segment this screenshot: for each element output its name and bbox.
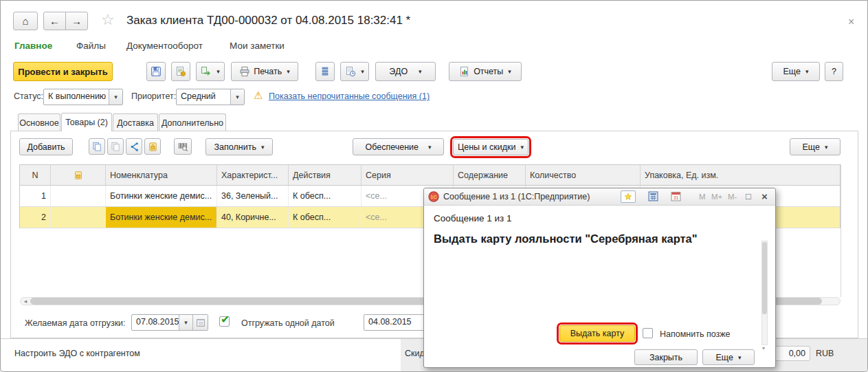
cell-n: 1 (20, 186, 51, 206)
tab-additional[interactable]: Дополнительно (159, 113, 226, 131)
calendar-icon[interactable]: 31 (671, 191, 681, 201)
single-date-field[interactable]: 04.08.2015 (364, 314, 432, 331)
fill-button[interactable]: Заполнить ▾ (205, 138, 273, 155)
create-based-on-button[interactable]: ▾ (196, 62, 225, 81)
help-button[interactable]: ? (825, 62, 843, 81)
desired-ship-date-value[interactable]: 07.08.2015 (132, 315, 179, 330)
edo-button[interactable]: ЭДО ▾ (375, 62, 436, 81)
document-structure-button[interactable] (315, 62, 335, 81)
warning-icon: ⚠ (254, 89, 263, 102)
tab-goods[interactable]: Товары (2) (61, 113, 112, 131)
remind-later-checkbox[interactable] (643, 328, 653, 338)
document-history-button[interactable]: ▾ (340, 62, 369, 81)
lock-rows-button[interactable] (144, 138, 161, 155)
priority-combobox[interactable]: Средний ▾ (176, 89, 245, 105)
chevron-down-icon[interactable]: ▾ (179, 315, 192, 330)
menu-item-files[interactable]: Файлы (76, 41, 106, 51)
add-row-label: Добавить (27, 142, 65, 152)
priority-label: Приоритет: (131, 91, 176, 101)
memory-minus-button[interactable]: M- (728, 193, 737, 201)
fill-label: Заполнить (214, 142, 256, 152)
col-header-lock[interactable] (51, 165, 106, 185)
supply-button[interactable]: Обеспечение ▾ (353, 138, 444, 155)
barcode-scan-button[interactable] (174, 138, 192, 155)
dialog-favorite-button[interactable] (621, 190, 636, 203)
post-and-close-button[interactable]: Провести и закрыть (13, 62, 113, 81)
print-button[interactable]: Печать ▾ (231, 62, 298, 81)
single-date-checkbox[interactable]: ✔ (219, 316, 230, 327)
dropdown-arrow-icon: ▾ (419, 68, 422, 75)
lock-icon (74, 171, 83, 180)
home-button[interactable]: ⌂ (13, 12, 38, 30)
favorite-star-icon[interactable]: ☆ (101, 12, 115, 28)
scroll-down-icon[interactable]: ▾ (762, 345, 765, 351)
page-title: Заказ клиента ТД00-000032 от 04.08.2015 … (126, 14, 410, 28)
chevron-down-icon[interactable]: ▾ (230, 89, 244, 105)
scrollbar-thumb[interactable] (762, 242, 767, 314)
single-date-value[interactable]: 04.08.2015 (364, 315, 432, 330)
dropdown-arrow-icon: ▾ (508, 68, 511, 75)
memory-button[interactable]: M (699, 193, 706, 201)
scroll-left-icon[interactable]: ◂ (21, 298, 30, 305)
paste-row-button[interactable] (107, 138, 124, 155)
table-more-button[interactable]: Еще ▾ (790, 138, 841, 155)
dialog-message: Выдать карту лояльности "Серебряная карт… (434, 232, 698, 245)
order-window: ⌂ ← → ☆ Заказ клиента ТД00-000032 от 04.… (0, 0, 868, 372)
save-button[interactable] (146, 62, 166, 81)
message-dialog: 1С Сообщение 1 из 1 (1С:Предприятие) 31 … (423, 188, 776, 368)
dialog-titlebar[interactable]: 1С Сообщение 1 из 1 (1С:Предприятие) 31 … (424, 188, 775, 206)
menu-item-main[interactable]: Главное (14, 41, 52, 51)
print-label: Печать (254, 67, 282, 76)
menu-item-notes[interactable]: Мои заметки (230, 41, 285, 51)
forward-button[interactable]: → (65, 12, 88, 30)
reports-label: Отчеты (474, 67, 503, 76)
back-button[interactable]: ← (43, 12, 66, 30)
calculator-icon[interactable] (648, 191, 658, 201)
col-header-content[interactable]: Содержание (454, 165, 526, 185)
maximize-icon[interactable]: □ (746, 191, 751, 201)
issue-card-button[interactable]: Выдать карту (559, 325, 635, 342)
cell-lock (51, 186, 106, 206)
back-icon: ← (49, 15, 60, 27)
edo-setup-link[interactable]: Настроить ЭДО с контрагентом (14, 349, 140, 358)
close-icon[interactable]: × (848, 16, 854, 28)
prices-discounts-button[interactable]: Цены и скидки ▾ (453, 139, 528, 155)
tab-main[interactable]: Основное (18, 113, 60, 131)
col-header-series[interactable]: Серия (361, 165, 454, 185)
priority-value: Средний (177, 89, 230, 105)
add-row-button[interactable]: Добавить (19, 138, 73, 155)
allocate-button[interactable] (126, 138, 142, 155)
col-header-quantity[interactable]: Количество (526, 165, 641, 185)
desired-ship-date-label: Желаемая дата отгрузки: (25, 318, 126, 328)
col-header-nomenclature[interactable]: Номенклатура (106, 165, 217, 185)
col-header-packaging[interactable]: Упаковка, Ед. изм. (641, 165, 840, 185)
dialog-close-label: Закрыть (649, 353, 682, 362)
chevron-down-icon[interactable]: ▾ (109, 89, 122, 105)
calendar-picker-button[interactable] (192, 315, 208, 330)
col-header-actions[interactable]: Действия (289, 165, 361, 185)
memory-plus-button[interactable]: M+ (711, 193, 722, 201)
star-icon (624, 193, 632, 201)
dialog-vertical-scrollbar[interactable] (761, 241, 768, 345)
cell-actions: К обесп... (289, 186, 361, 206)
tab-delivery[interactable]: Доставка (113, 113, 158, 131)
table-vertical-scrollbar[interactable] (841, 164, 851, 297)
desired-ship-date-field[interactable]: 07.08.2015 ▾ (131, 314, 208, 331)
dialog-close-icon[interactable]: × (761, 190, 768, 202)
menu-item-docflow[interactable]: Документооборот (126, 41, 203, 51)
dialog-more-button[interactable]: Еще ▾ (702, 349, 755, 365)
dialog-close-button[interactable]: Закрыть (634, 349, 698, 365)
post-document-icon (175, 66, 186, 77)
col-header-characteristic[interactable]: Характерист... (217, 165, 289, 185)
svg-text:31: 31 (674, 195, 679, 200)
post-document-button[interactable] (171, 62, 190, 81)
issue-card-label: Выдать карту (570, 329, 625, 338)
dropdown-arrow-icon: ▾ (428, 144, 432, 151)
copy-row-button[interactable] (89, 138, 105, 155)
toolbar-more-button[interactable]: Еще ▾ (772, 62, 820, 81)
unread-messages-link[interactable]: Показать непрочитанные сообщения (1) (269, 91, 430, 101)
status-combobox[interactable]: К выполнению ▾ (43, 89, 123, 105)
dropdown-arrow-icon: ▾ (825, 144, 828, 151)
reports-button[interactable]: Отчеты ▾ (449, 62, 522, 81)
col-header-n[interactable]: N (20, 165, 51, 185)
